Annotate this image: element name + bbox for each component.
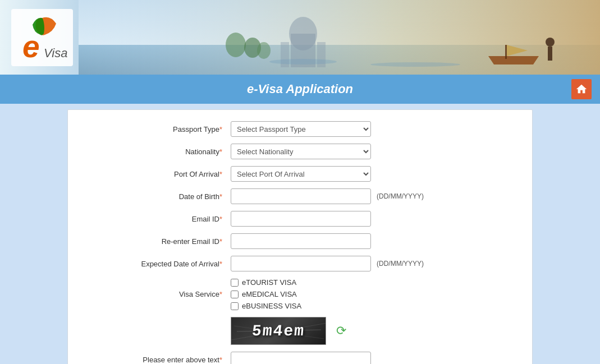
date-of-birth-row: Date of Birth* (DD/MM/YYYY) [85, 188, 515, 204]
date-of-birth-control [231, 188, 371, 204]
date-of-birth-label: Date of Birth* [85, 192, 231, 201]
svg-rect-14 [548, 47, 552, 61]
logo-svg: e Visa [17, 12, 67, 63]
visa-service-row: Visa Service* eTOURIST VISA eMEDICAL VIS… [85, 278, 515, 310]
svg-point-16 [370, 62, 460, 67]
visa-option-ebusiness[interactable]: eBUSINESS VISA [231, 302, 301, 310]
captcha-image-row: 5m4em ⟳ [231, 317, 515, 345]
svg-text:Visa: Visa [44, 46, 67, 60]
ebusiness-label: eBUSINESS VISA [242, 302, 301, 310]
captcha-text-value: 5m4em [251, 322, 306, 340]
captcha-input[interactable] [231, 352, 371, 364]
port-of-arrival-select[interactable]: Select Port Of Arrival Delhi Mumbai Chen… [231, 166, 371, 182]
svg-point-7 [226, 33, 246, 57]
captcha-input-control [231, 352, 371, 364]
svg-text:e: e [22, 29, 40, 63]
visa-option-emedical[interactable]: eMEDICAL VISA [231, 290, 301, 298]
captcha-input-row: Please enter above text* [85, 352, 515, 364]
etourist-label: eTOURIST VISA [242, 278, 296, 287]
expected-arrival-input[interactable] [231, 256, 371, 271]
port-of-arrival-control: Select Port Of Arrival Delhi Mumbai Chen… [231, 166, 371, 182]
passport-type-row: Passport Type* Select Passport Type Ordi… [85, 121, 515, 137]
captcha-input-label: Please enter above text* [85, 356, 231, 364]
expected-arrival-row: Expected Date of Arrival* (DD/MM/YYYY) [85, 256, 515, 271]
ebusiness-checkbox[interactable] [231, 302, 239, 310]
re-email-id-row: Re-enter Email ID* [85, 233, 515, 249]
svg-point-15 [269, 59, 337, 64]
captcha-refresh-button[interactable]: ⟳ [333, 322, 350, 339]
email-id-input[interactable] [231, 211, 371, 227]
re-email-id-control [231, 233, 371, 249]
logo-area: e Visa [11, 9, 73, 66]
captcha-image: 5m4em [231, 317, 326, 345]
port-of-arrival-label: Port Of Arrival* [85, 170, 231, 178]
date-of-birth-hint: (DD/MM/YYYY) [377, 192, 424, 200]
nationality-row: Nationality* Select Nationality United S… [85, 144, 515, 159]
header: e Visa [0, 0, 600, 75]
passport-type-label: Passport Type* [85, 125, 231, 133]
emedical-label: eMEDICAL VISA [242, 290, 297, 298]
header-scene [79, 0, 600, 75]
passport-type-select[interactable]: Select Passport Type Ordinary Official D… [231, 121, 371, 137]
visa-service-label: Visa Service* [85, 290, 231, 298]
form-container: Passport Type* Select Passport Type Ordi… [67, 109, 533, 364]
svg-point-13 [546, 38, 555, 47]
nationality-select[interactable]: Select Nationality United States United … [231, 144, 371, 159]
nationality-label: Nationality* [85, 148, 231, 156]
email-id-row: Email ID* [85, 211, 515, 227]
expected-arrival-hint: (DD/MM/YYYY) [377, 260, 424, 268]
svg-point-9 [257, 42, 271, 59]
home-button[interactable] [571, 79, 592, 99]
nationality-control: Select Nationality United States United … [231, 144, 371, 159]
expected-arrival-label: Expected Date of Arrival* [85, 260, 231, 268]
expected-arrival-control [231, 256, 371, 271]
visa-option-etourist[interactable]: eTOURIST VISA [231, 278, 301, 287]
svg-rect-11 [505, 45, 507, 59]
email-id-label: Email ID* [85, 215, 231, 223]
visa-service-control: eTOURIST VISA eMEDICAL VISA eBUSINESS VI… [231, 278, 301, 310]
re-email-id-label: Re-enter Email ID* [85, 237, 231, 246]
home-icon [575, 83, 588, 95]
port-of-arrival-row: Port Of Arrival* Select Port Of Arrival … [85, 166, 515, 182]
re-email-id-input[interactable] [231, 233, 371, 249]
etourist-checkbox[interactable] [231, 279, 239, 287]
title-bar: e-Visa Application [0, 75, 600, 104]
email-id-control [231, 211, 371, 227]
svg-marker-10 [488, 56, 539, 64]
passport-type-control: Select Passport Type Ordinary Official D… [231, 121, 371, 137]
date-of-birth-input[interactable] [231, 188, 371, 204]
page-title: e-Visa Application [29, 82, 571, 96]
emedical-checkbox[interactable] [231, 291, 239, 298]
